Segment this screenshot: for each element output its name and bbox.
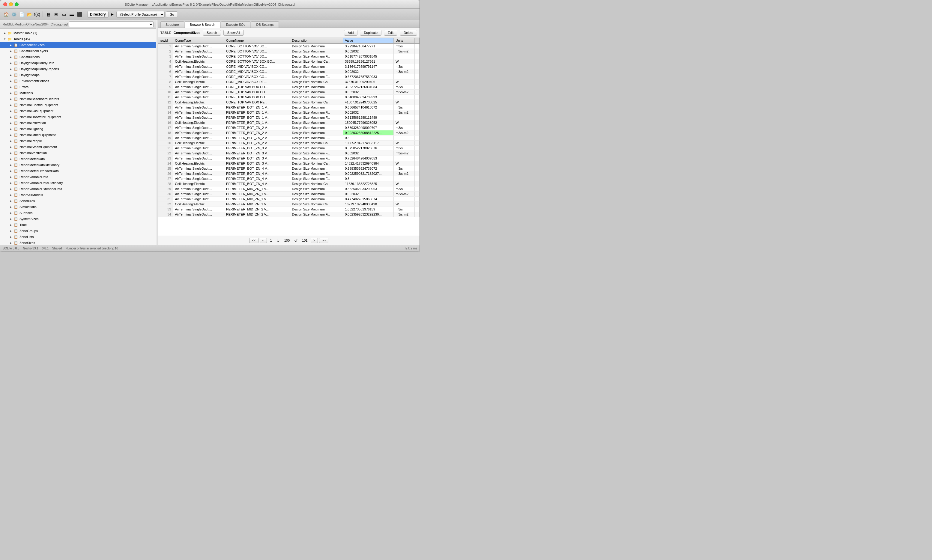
table-row[interactable]: 29AirTerminal:SingleDuct:...PERIMETER_MI…	[158, 186, 419, 192]
icon-table[interactable]: ▦	[45, 11, 52, 18]
sidebar-item-report-meter-extended-data[interactable]: ▶📋ReportMeterExtendedData	[0, 168, 156, 174]
table-row[interactable]: 24Coil:Heating:ElectricPERIMETER_BOT_ZN_…	[158, 161, 419, 166]
table-row[interactable]: 14AirTerminal:SingleDuct:...PERIMETER_BO…	[158, 110, 419, 115]
table-row[interactable]: 31AirTerminal:SingleDuct:...PERIMETER_MI…	[158, 197, 419, 202]
col-header-comptype[interactable]: CompType	[173, 38, 224, 43]
sidebar-item-master-table[interactable]: ▶📁Master Table (1)	[0, 30, 156, 36]
sidebar-item-nominal-electric-equipment[interactable]: ▶📋NominalElectricEquipment	[0, 102, 156, 108]
table-row[interactable]: 10AirTerminal:SingleDuct:...CORE_TOP VAV…	[158, 90, 419, 95]
table-row[interactable]: 5AirTerminal:SingleDuct:...CORE_MID VAV …	[158, 64, 419, 69]
duplicate-button[interactable]: Duplicate	[360, 30, 381, 36]
table-row[interactable]: 8Coil:Heating:ElectricCORE_MID VAV BOX R…	[158, 80, 419, 85]
col-header-value[interactable]: Value	[343, 38, 394, 43]
sidebar-item-report-variable-data[interactable]: ▶📋ReportVariableData	[0, 174, 156, 180]
tab-db-settings[interactable]: DB Settings	[251, 21, 279, 28]
db-file-select[interactable]	[69, 21, 154, 27]
table-row[interactable]: 22AirTerminal:SingleDuct:...PERIMETER_BO…	[158, 151, 419, 156]
sidebar-item-environment-periods[interactable]: ▶📋EnvironmentPeriods	[0, 78, 156, 84]
table-row[interactable]: 27AirTerminal:SingleDuct:...PERIMETER_BO…	[158, 176, 419, 182]
icon-view2[interactable]: ▬	[68, 11, 75, 18]
next-page-button[interactable]: >	[311, 238, 318, 243]
minimize-button[interactable]	[9, 2, 13, 6]
table-row[interactable]: 6AirTerminal:SingleDuct:...CORE_MID VAV …	[158, 69, 419, 74]
sidebar-item-simulations[interactable]: ▶📋Simulations	[0, 204, 156, 210]
edit-button[interactable]: Edit	[384, 30, 397, 36]
table-row[interactable]: 9AirTerminal:SingleDuct:...CORE_TOP VAV …	[158, 85, 419, 90]
sidebar-item-tables[interactable]: ▼📁Tables (35)	[0, 36, 156, 42]
sidebar-item-constructions[interactable]: ▶📋Constructions	[0, 54, 156, 60]
table-row[interactable]: 21AirTerminal:SingleDuct:...PERIMETER_BO…	[158, 146, 419, 151]
table-row[interactable]: 3AirTerminal:SingleDuct:...CORE_BOTTOM V…	[158, 54, 419, 59]
table-row[interactable]: 13AirTerminal:SingleDuct:...PERIMETER_BO…	[158, 105, 419, 110]
table-row[interactable]: 11AirTerminal:SingleDuct:...CORE_TOP VAV…	[158, 95, 419, 100]
sidebar-item-report-meter-data-dictionary[interactable]: ▶📋ReportMeterDataDictionary	[0, 162, 156, 168]
icon-func[interactable]: f(x)	[34, 11, 40, 18]
sidebar-item-zone-lists[interactable]: ▶📋ZoneLists	[0, 234, 156, 240]
sidebar-item-nominal-people[interactable]: ▶📋NominalPeople	[0, 138, 156, 144]
sidebar-item-materials[interactable]: ▶📋Materials	[0, 90, 156, 96]
show-all-button[interactable]: Show All	[223, 30, 244, 36]
sidebar-item-component-sizes[interactable]: ▶📋ComponentSizes	[0, 42, 156, 48]
tab-structure[interactable]: Structure	[160, 21, 184, 28]
play-button[interactable]: ▶	[110, 12, 115, 17]
sidebar-item-errors[interactable]: ▶📋Errors	[0, 84, 156, 90]
table-row[interactable]: 17AirTerminal:SingleDuct:...PERIMETER_BO…	[158, 125, 419, 131]
first-page-button[interactable]: <<	[249, 238, 259, 243]
sidebar-item-report-variable-extended-data[interactable]: ▶📋ReportVariableExtendedData	[0, 186, 156, 192]
table-row[interactable]: 26AirTerminal:SingleDuct:...PERIMETER_BO…	[158, 171, 419, 176]
directory-button[interactable]: Directory	[87, 11, 109, 18]
sidebar-item-time[interactable]: ▶📋Time	[0, 222, 156, 228]
sidebar-item-schedules[interactable]: ▶📋Schedules	[0, 198, 156, 204]
sidebar-item-nominal-infiltration[interactable]: ▶📋NominalInfiltration	[0, 120, 156, 126]
table-row[interactable]: 33AirTerminal:SingleDuct:...PERIMETER_MI…	[158, 207, 419, 212]
table-row[interactable]: 2AirTerminal:SingleDuct:...CORE_BOTTOM V…	[158, 49, 419, 54]
tab-browse-search[interactable]: Browse & Search	[185, 21, 220, 28]
add-button[interactable]: Add	[344, 30, 358, 36]
table-row[interactable]: 20Coil:Heating:ElectricPERIMETER_BOT_ZN_…	[158, 141, 419, 146]
table-row[interactable]: 34AirTerminal:SingleDuct:...PERIMETER_MI…	[158, 212, 419, 217]
sidebar-item-system-sizes[interactable]: ▶📋SystemSizes	[0, 216, 156, 222]
icon-new[interactable]: 📄	[18, 11, 25, 18]
table-row[interactable]: 7AirTerminal:SingleDuct:...CORE_MID VAV …	[158, 74, 419, 80]
table-row[interactable]: 23AirTerminal:SingleDuct:...PERIMETER_BO…	[158, 156, 419, 161]
sidebar-resizer[interactable]	[156, 20, 158, 245]
tab-execute-sql[interactable]: Execute SQL	[221, 21, 251, 28]
sidebar-item-zone-groups[interactable]: ▶📋ZoneGroups	[0, 228, 156, 234]
icon-view1[interactable]: ▭	[60, 11, 67, 18]
icon-open[interactable]: 📂	[26, 11, 33, 18]
sidebar-item-nominal-steam-equipment[interactable]: ▶📋NominalSteamEquipment	[0, 144, 156, 150]
search-button[interactable]: Search	[203, 30, 221, 36]
icon-grid[interactable]: ⊞	[53, 11, 59, 18]
table-row[interactable]: 32Coil:Heating:ElectricPERIMETER_MID_ZN_…	[158, 202, 419, 207]
icon-view3[interactable]: ⬛	[76, 11, 83, 18]
col-header-rowid[interactable]: rowid	[158, 38, 173, 43]
sidebar-item-surfaces[interactable]: ▶📋Surfaces	[0, 210, 156, 216]
sidebar-item-nominal-baseboard-heaters[interactable]: ▶📋NominalBaseboardHeaters	[0, 96, 156, 102]
sidebar-item-nominal-gas-equipment[interactable]: ▶📋NominalGasEquipment	[0, 108, 156, 114]
sidebar-item-nominal-lighting[interactable]: ▶📋NominalLighting	[0, 126, 156, 132]
sidebar-item-nominal-other-equipment[interactable]: ▶📋NominalOtherEquipment	[0, 132, 156, 138]
sidebar-item-zone-sizes[interactable]: ▶📋ZoneSizes	[0, 240, 156, 245]
col-header-units[interactable]: Units	[394, 38, 415, 43]
close-button[interactable]	[3, 2, 7, 6]
table-row[interactable]: 15AirTerminal:SingleDuct:...PERIMETER_BO…	[158, 115, 419, 120]
sidebar-item-nominal-hot-water-equipment[interactable]: ▶📋NominalHotWaterEquipment	[0, 114, 156, 120]
table-row[interactable]: 30AirTerminal:SingleDuct:...PERIMETER_MI…	[158, 192, 419, 197]
table-row[interactable]: 16Coil:Heating:ElectricPERIMETER_BOT_ZN_…	[158, 120, 419, 125]
table-row[interactable]: 1AirTerminal:SingleDuct:...CORE_BOTTOM V…	[158, 43, 419, 49]
sidebar-item-report-variable-data-dictionary[interactable]: ▶📋ReportVariableDataDictionary	[0, 180, 156, 186]
data-table-wrapper[interactable]: rowidCompTypeCompNameDescriptionValueUni…	[158, 38, 419, 235]
prev-page-button[interactable]: <	[260, 238, 267, 243]
icon-settings[interactable]: ⚙️	[11, 11, 17, 18]
table-row[interactable]: 4Coil:Heating:ElectricCORE_BOTTOM VAV BO…	[158, 59, 419, 64]
table-row[interactable]: 19AirTerminal:SingleDuct:...PERIMETER_BO…	[158, 135, 419, 141]
col-header-compname[interactable]: CompName	[224, 38, 290, 43]
sidebar-item-daylight-map-hourly-reports[interactable]: ▶📋DaylightMapHourlyReports	[0, 66, 156, 72]
sidebar-item-construction-layers[interactable]: ▶📋ConstructionLayers	[0, 48, 156, 54]
go-button[interactable]: Go	[166, 11, 178, 17]
col-resize-handle[interactable]	[415, 38, 419, 43]
sidebar-item-room-air-models[interactable]: ▶📋RoomAirModels	[0, 192, 156, 198]
sidebar-item-report-meter-data[interactable]: ▶📋ReportMeterData	[0, 156, 156, 162]
db-selector[interactable]: (Select Profile Database)	[116, 11, 165, 18]
col-header-description[interactable]: Description	[290, 38, 343, 43]
